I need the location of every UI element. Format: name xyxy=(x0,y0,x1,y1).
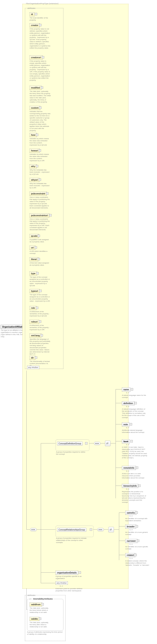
expand-icon[interactable]: + xyxy=(90,528,92,531)
expand-icon[interactable]: + xyxy=(49,214,52,216)
any-other-elem: any ##other xyxy=(56,581,68,585)
expand-icon[interactable]: + xyxy=(41,603,44,606)
expand-icon[interactable]: + xyxy=(138,484,141,487)
attr-howuri-desc: Indicates by which means the value was e… xyxy=(30,153,51,162)
elem-note: note xyxy=(122,422,129,426)
attr-role-desc: A refinement of the semantics of the pro… xyxy=(30,311,51,317)
attr-creatoruri-desc: If the property value is empty, specifie… xyxy=(30,60,51,81)
attr-validto-desc: The date (and, optionally, the time) aft… xyxy=(30,622,51,628)
attributes-header: attributes xyxy=(26,7,36,10)
expand-icon[interactable]: + xyxy=(36,134,38,136)
elem-narrower-desc: An identifier of a more specific concept… xyxy=(125,546,151,550)
attr-literal: literal xyxy=(30,257,38,261)
card: 0..∞ xyxy=(130,515,133,517)
elem-facet: facet xyxy=(122,440,130,444)
attr-literal-desc: A free-text value assigned as a property… xyxy=(30,262,51,266)
sequence-icon xyxy=(97,528,104,531)
elem-remoteinfo-desc: A link to an item or a web resource whic… xyxy=(122,473,147,479)
attr-uri: uri xyxy=(30,246,35,250)
expand-icon[interactable]: + xyxy=(39,106,41,109)
attr-how-desc: Indicates by which means the value was e… xyxy=(30,138,51,146)
expand-icon[interactable]: + xyxy=(39,178,41,181)
expand-icon[interactable]: + xyxy=(136,512,138,514)
attr-whyuri: whyuri xyxy=(30,178,39,182)
card: 0..∞ xyxy=(130,543,133,545)
elem-definition-desc: A natural language definition of the sem… xyxy=(122,408,147,419)
expand-icon[interactable]: + xyxy=(36,272,39,274)
tva-group-name: timeValidityAttributes xyxy=(33,598,53,600)
expand-icon[interactable]: + xyxy=(130,440,133,442)
cdg-desc: A group of properties required to define… xyxy=(56,451,88,455)
expand-icon[interactable]: + xyxy=(38,235,40,237)
expand-icon[interactable]: + xyxy=(36,307,38,309)
card: 0..∞ xyxy=(126,470,129,472)
expand-icon[interactable]: + xyxy=(134,402,137,404)
expand-icon[interactable]: + xyxy=(35,13,37,15)
attr-qcode-desc: A qualified code assigned as a property … xyxy=(30,239,51,243)
elem-narrower: narrower xyxy=(125,539,137,543)
expand-icon[interactable]: + xyxy=(134,554,137,556)
elem-facet-desc: In NAR 1.8 and later: facet is deprecate… xyxy=(122,446,147,459)
attr-creatoruri: creatoruri xyxy=(30,56,42,60)
expand-icon[interactable]: + xyxy=(38,258,40,260)
crg-desc: A group of properties required to indica… xyxy=(56,537,90,544)
card: 0..∞ xyxy=(130,529,133,531)
attr-uri-desc: A URI which identifies a concept. xyxy=(30,250,51,254)
attr-custom-desc: Indicates that the corresponding propert… xyxy=(30,110,51,132)
expand-icon[interactable]: + xyxy=(85,442,87,444)
attr-pubconstrainturi: pubconstrainturi xyxy=(30,214,49,218)
attr-howuri: howuri xyxy=(30,149,39,153)
expand-icon[interactable]: + xyxy=(130,423,132,426)
switch-icon xyxy=(108,527,114,532)
expand-icon[interactable]: + xyxy=(41,86,43,89)
attr-creator-desc: If the property value is not defined, sp… xyxy=(30,28,51,49)
expand-icon[interactable]: + xyxy=(136,466,138,469)
expand-icon[interactable]: + xyxy=(42,56,44,58)
cdg-box: ConceptDefinitionGroup xyxy=(57,442,83,446)
elem-hierarchyinfo: hierarchyInfo xyxy=(122,484,138,488)
attr-validto: validto xyxy=(30,617,39,621)
expand-icon[interactable]: + xyxy=(41,334,43,336)
crg-box: ConceptRelationshipsGroup xyxy=(57,528,86,532)
attr-qcode: qcode xyxy=(30,234,39,238)
expand-icon[interactable]: + xyxy=(35,246,37,248)
attr-typeuri: typeuri xyxy=(30,289,39,293)
expand-icon[interactable]: + xyxy=(36,165,38,167)
elem-broader-desc: An identifier of a more generic concept. xyxy=(125,531,151,536)
expand-icon[interactable]: + xyxy=(79,571,81,574)
elem-related: related xyxy=(125,553,135,557)
expand-icon[interactable]: + xyxy=(39,290,42,292)
expand-icon[interactable]: + xyxy=(46,192,48,194)
grp-label: grp xyxy=(29,598,32,600)
expand-icon[interactable]: + xyxy=(131,388,133,390)
card: 0..∞ xyxy=(126,406,129,408)
expand-icon[interactable]: + xyxy=(137,540,139,542)
elem-broader: broader xyxy=(125,524,136,528)
expand-icon[interactable]: + xyxy=(39,618,41,620)
attr-validfrom-desc: The date (and, optionally, the time) bef… xyxy=(30,607,51,614)
extension-label: FlexOrganisationPropType (extension) xyxy=(25,2,59,5)
attr-roleuri: roleuri xyxy=(30,320,39,324)
any-other-elem-desc: Extension point for provider-defined pro… xyxy=(56,588,87,592)
expand-icon[interactable]: + xyxy=(136,525,138,528)
elem-definition: definition xyxy=(122,401,134,405)
attr-why-desc: Why the metadata has been included - exp… xyxy=(30,169,51,175)
expand-icon[interactable]: + xyxy=(39,24,41,26)
card: 0..∞ xyxy=(126,444,129,446)
diagram-canvas: OrganisationAffiliationType + The type f… xyxy=(0,0,157,644)
expand-icon[interactable]: + xyxy=(39,149,41,152)
attr-typeuri-desc: The type of the concept assigned as a co… xyxy=(30,294,51,302)
attr-creator: creator xyxy=(30,23,40,27)
attr-xmllang-desc: Specifies the language of this property … xyxy=(30,338,51,355)
expand-icon[interactable]: + xyxy=(35,356,37,359)
attr-role: role xyxy=(30,306,36,310)
elem-note-desc: Additional natural language information … xyxy=(122,429,147,434)
card: 0..∞ xyxy=(126,392,129,394)
expand-icon[interactable]: + xyxy=(39,320,41,323)
attr-modified: modified xyxy=(30,86,41,90)
attr-xmllang: xml:lang xyxy=(30,334,41,338)
attr-why: why xyxy=(30,164,36,168)
attr-id: id xyxy=(30,12,34,16)
attr-pubconstraint: pubconstraint xyxy=(30,192,47,196)
attr-whyuri-desc: Why the metadata has been included - exp… xyxy=(30,182,51,189)
